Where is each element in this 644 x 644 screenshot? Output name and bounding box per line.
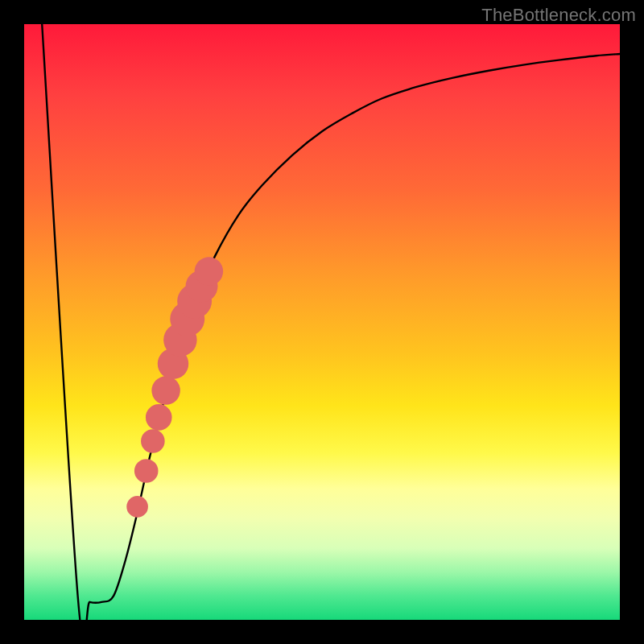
watermark-text: TheBottleneck.com xyxy=(481,5,636,26)
data-marker xyxy=(146,404,172,431)
marker-group xyxy=(126,257,223,517)
data-marker xyxy=(151,376,180,405)
data-marker xyxy=(195,257,224,286)
data-marker xyxy=(141,429,165,453)
curve-svg xyxy=(24,24,620,620)
plot-area xyxy=(24,24,620,620)
bottleneck-curve xyxy=(42,24,620,640)
chart-outer-frame: TheBottleneck.com xyxy=(0,0,644,644)
data-marker xyxy=(126,496,148,518)
data-marker xyxy=(134,459,159,483)
